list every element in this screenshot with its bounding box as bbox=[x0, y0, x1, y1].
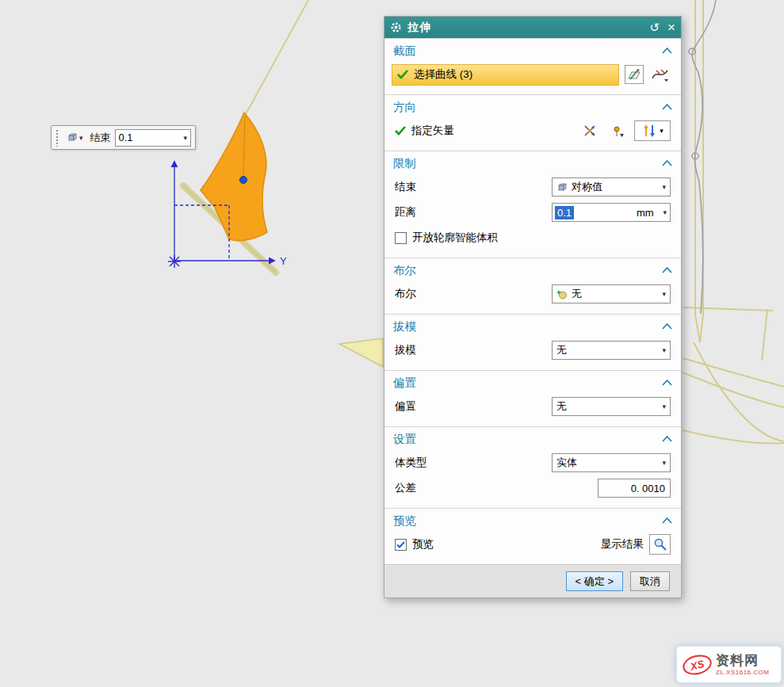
draft-heading[interactable]: 拔模 bbox=[384, 315, 681, 338]
ok-button[interactable]: < 确定 > bbox=[566, 571, 623, 591]
close-button[interactable]: × bbox=[667, 21, 675, 34]
end-type-dropdown[interactable]: ▾ bbox=[63, 130, 86, 145]
show-result-button[interactable] bbox=[649, 534, 671, 555]
section-heading-label: 截面 bbox=[393, 44, 416, 59]
collapse-chevron-icon[interactable] bbox=[662, 323, 672, 330]
open-profile-label: 开放轮廓智能体积 bbox=[412, 231, 498, 245]
point-dropdown-icon bbox=[610, 124, 625, 138]
offset-heading-label: 偏置 bbox=[393, 376, 416, 391]
draft-heading-label: 拔模 bbox=[393, 319, 416, 334]
dialog-footer: < 确定 > 取消 bbox=[384, 564, 681, 597]
limits-heading[interactable]: 限制 bbox=[384, 151, 681, 175]
onscreen-mini-toolbar[interactable]: ▾ 结束 0.1 ▾ bbox=[51, 125, 196, 150]
boolean-label: 布尔 bbox=[395, 287, 416, 301]
watermark-url: ZL.XS1616.COM bbox=[716, 669, 769, 676]
toolbar-grip-handle[interactable] bbox=[55, 129, 59, 147]
chevron-down-icon: ▾ bbox=[662, 346, 666, 354]
preview-checkbox[interactable] bbox=[395, 539, 407, 551]
mini-distance-value: 0.1 bbox=[119, 132, 133, 143]
curve-rule-button[interactable] bbox=[649, 64, 671, 85]
sail-section[interactable] bbox=[201, 113, 267, 241]
show-result-label: 显示结果 bbox=[601, 537, 644, 552]
end-value: 对称值 bbox=[572, 180, 602, 194]
section-group-preview: 预览 预览 显示结果 bbox=[384, 508, 681, 564]
settings-heading-label: 设置 bbox=[393, 432, 416, 447]
body-type-label: 体类型 bbox=[395, 456, 427, 470]
reverse-direction-button[interactable]: ▾ bbox=[634, 120, 671, 141]
collapse-chevron-icon[interactable] bbox=[662, 48, 672, 54]
select-curve-label: 选择曲线 (3) bbox=[414, 67, 472, 82]
distance-label: 距离 bbox=[395, 205, 416, 219]
section-group-limits: 限制 结束 对称值 ▾ 距离 0.1 bbox=[384, 151, 681, 258]
unit-dropdown[interactable]: mm ▾ bbox=[633, 204, 670, 221]
symmetric-value-icon bbox=[556, 182, 568, 193]
collapse-chevron-icon[interactable] bbox=[662, 160, 672, 166]
symmetric-cube-icon bbox=[67, 132, 78, 143]
watermark-logo: XS bbox=[681, 651, 714, 677]
section-heading[interactable]: 截面 bbox=[384, 39, 681, 63]
section-group-boolean: 布尔 布尔 无 ▾ bbox=[384, 258, 681, 314]
ship-mast-lines bbox=[683, 0, 773, 361]
offset-heading[interactable]: 偏置 bbox=[384, 371, 681, 395]
boolean-combo[interactable]: 无 ▾ bbox=[552, 284, 671, 303]
collapse-chevron-icon[interactable] bbox=[662, 517, 672, 524]
specify-vector-label: 指定矢量 bbox=[411, 124, 454, 138]
reverse-direction-icon bbox=[641, 124, 657, 138]
sketch-section-button[interactable] bbox=[625, 65, 644, 84]
mini-distance-input[interactable]: 0.1 ▾ bbox=[115, 129, 191, 147]
offset-value: 无 bbox=[556, 399, 567, 414]
preview-heading[interactable]: 预览 bbox=[384, 509, 681, 532]
ship-hull-lines bbox=[683, 342, 784, 443]
draft-label: 拔模 bbox=[395, 343, 416, 357]
section-group-settings: 设置 体类型 实体 ▾ 公差 0. 0010 bbox=[384, 426, 681, 508]
point-constructor-button[interactable] bbox=[606, 120, 629, 141]
body-type-combo[interactable]: 实体 ▾ bbox=[552, 453, 671, 472]
offset-label: 偏置 bbox=[395, 399, 416, 414]
chevron-down-icon: ▾ bbox=[662, 290, 666, 298]
green-check-icon bbox=[397, 70, 408, 79]
offset-combo[interactable]: 无 ▾ bbox=[552, 397, 671, 416]
rigging-line bbox=[245, 0, 308, 116]
open-profile-checkbox[interactable] bbox=[395, 232, 407, 244]
tolerance-value: 0. 0010 bbox=[631, 483, 665, 494]
tolerance-input[interactable]: 0. 0010 bbox=[598, 479, 671, 498]
direction-heading[interactable]: 方向 bbox=[384, 95, 681, 119]
chevron-down-icon: ▾ bbox=[662, 183, 666, 191]
body-type-value: 实体 bbox=[556, 456, 577, 470]
drag-handle-point[interactable] bbox=[240, 177, 247, 184]
collapse-chevron-icon[interactable] bbox=[662, 380, 672, 386]
settings-heading[interactable]: 设置 bbox=[384, 427, 681, 451]
mini-end-label: 结束 bbox=[90, 131, 111, 145]
draft-combo[interactable]: 无 ▾ bbox=[552, 341, 671, 360]
end-type-combo[interactable]: 对称值 ▾ bbox=[552, 177, 671, 197]
dialog-titlebar[interactable]: 拉伸 ↺ × bbox=[384, 17, 681, 38]
chevron-down-icon: ▾ bbox=[663, 208, 667, 216]
magnifier-icon bbox=[653, 537, 667, 552]
chevron-down-icon: ▾ bbox=[79, 134, 83, 142]
check-icon bbox=[396, 541, 405, 548]
unit-value: mm bbox=[637, 207, 654, 219]
draft-value: 无 bbox=[556, 343, 567, 357]
section-group-direction: 方向 指定矢量 bbox=[384, 94, 681, 151]
watermark: XS 资料网 ZL.XS1616.COM bbox=[676, 646, 782, 683]
distance-input[interactable]: 0.1 mm ▾ bbox=[552, 203, 671, 222]
collapse-chevron-icon[interactable] bbox=[662, 104, 672, 110]
collapse-chevron-icon[interactable] bbox=[662, 436, 672, 442]
chevron-down-icon: ▾ bbox=[660, 127, 664, 135]
vector-dialog-button[interactable] bbox=[579, 120, 601, 141]
chevron-down-icon: ▾ bbox=[662, 403, 666, 410]
green-check-icon bbox=[395, 126, 406, 135]
origin-star-icon bbox=[168, 255, 181, 268]
select-curve-field[interactable]: 选择曲线 (3) bbox=[392, 64, 619, 86]
reset-button[interactable]: ↺ bbox=[649, 21, 660, 33]
cancel-button[interactable]: 取消 bbox=[630, 571, 670, 591]
boolean-heading[interactable]: 布尔 bbox=[384, 258, 681, 282]
dialog-title: 拉伸 bbox=[407, 21, 431, 35]
preview-heading-label: 预览 bbox=[393, 513, 416, 529]
ship-bow bbox=[339, 338, 383, 367]
collapse-chevron-icon[interactable] bbox=[662, 267, 672, 273]
sketch-icon bbox=[628, 69, 641, 80]
preview-label: 预览 bbox=[412, 537, 434, 552]
direction-heading-label: 方向 bbox=[393, 100, 416, 115]
chevron-down-icon[interactable]: ▾ bbox=[183, 134, 187, 142]
